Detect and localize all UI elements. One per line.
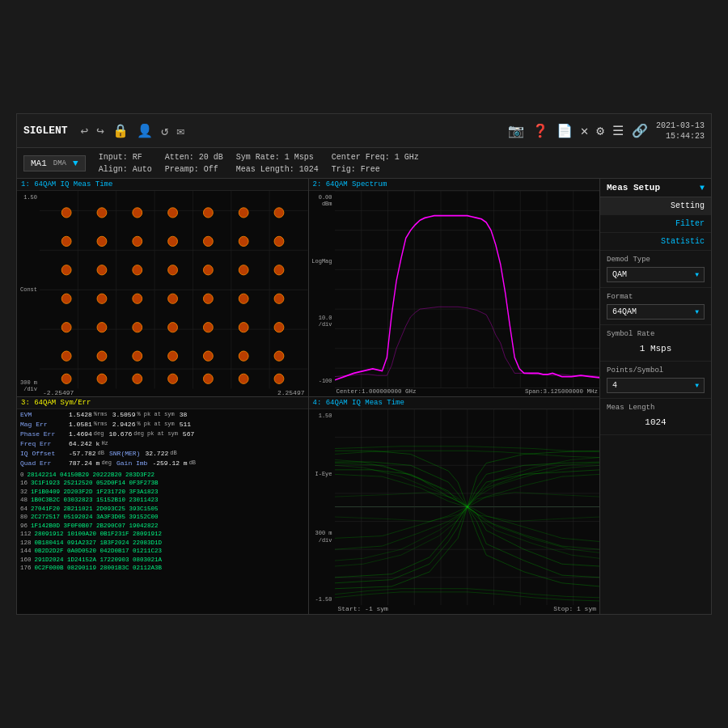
svg-point-14 <box>168 208 178 218</box>
input-text: Input: RF <box>99 151 152 163</box>
link-icon[interactable]: 🔗 <box>632 123 648 139</box>
right-panel-dropdown-icon[interactable]: ▼ <box>700 184 705 193</box>
settings-icon[interactable]: ⚙ <box>596 123 604 139</box>
datetime-display: 2021-03-13 15:44:23 <box>656 121 705 142</box>
format-dropdown[interactable]: 64QAM ▼ <box>607 304 705 320</box>
section-meas-length: Meas Length 1024 <box>600 399 711 435</box>
ma-selector[interactable]: MA1 DMA ▼ <box>23 155 86 171</box>
date-text: 2021-03-13 <box>656 121 705 131</box>
infobar: MA1 DMA ▼ Input: RF Align: Auto Atten: 2… <box>17 148 711 179</box>
main-content: 1: 64QAM IQ Meas Time 1.50 Const 300 m /… <box>17 179 711 614</box>
hex-row-0: 028142214 04150B29 20222B20 283D3F22 <box>20 471 305 480</box>
svg-point-56 <box>168 374 178 383</box>
tab-setting[interactable]: Setting <box>600 197 711 215</box>
demod-type-dropdown[interactable]: QAM ▼ <box>607 267 705 282</box>
tab-statistic[interactable]: Statistic <box>600 233 711 251</box>
svg-point-43 <box>203 323 213 332</box>
undo-icon[interactable]: ↩ <box>81 123 89 139</box>
metric-quaderr-val: 787.24 m <box>69 459 99 467</box>
metric-row-6: Quad Err 787.24 m deg Gain Imb -259.12 m… <box>20 459 305 467</box>
camera-icon[interactable]: 📷 <box>508 123 524 139</box>
svg-point-11 <box>61 208 71 218</box>
metrics-area: EVM 1.5428 %rms 3.5059 % pk at sym 38 Ma… <box>17 409 308 469</box>
metric-snr-val: 32.722 <box>145 450 168 457</box>
svg-point-55 <box>133 374 142 383</box>
svg-point-12 <box>97 208 107 218</box>
atten-text: Atten: 20 dB <box>165 151 223 163</box>
time-text: 15:44:23 <box>656 131 705 142</box>
user-icon[interactable]: 👤 <box>137 123 153 139</box>
hex-row-144: 1440B2D2D2F 0A0D0520 042D0B17 01211C23 <box>20 547 305 556</box>
svg-point-48 <box>133 351 142 361</box>
panel-eye: 4: 64QAM IQ Meas Time 1.50 I-Eye 300 m /… <box>309 397 600 615</box>
panel4-y-top: 1.50 <box>319 413 332 419</box>
metric-freqerr-label: Freq Err <box>20 440 67 447</box>
svg-point-32 <box>61 294 71 303</box>
svg-point-37 <box>239 294 248 303</box>
message-icon[interactable]: ✉ <box>177 123 185 139</box>
tab-filter[interactable]: Filter <box>600 215 711 233</box>
panel4-x-left: Start: -1 sym <box>338 605 388 612</box>
hex-row-128: 1280B180414 091A2327 1B3F2024 22083D1D <box>20 539 305 548</box>
svg-point-46 <box>61 351 71 361</box>
demod-type-arrow: ▼ <box>695 271 699 278</box>
svg-point-39 <box>61 323 71 332</box>
metric-phaseerr-val2: 10.676 <box>108 430 132 438</box>
format-value: 64QAM <box>612 307 637 316</box>
list-icon[interactable]: ☰ <box>612 123 624 139</box>
panel2-y-logmag: LogMag <box>311 258 332 265</box>
points-symbol-dropdown[interactable]: 4 ▼ <box>607 378 705 393</box>
ma-label-text: MA1 <box>31 159 47 168</box>
help-icon[interactable]: ❓ <box>532 123 548 139</box>
symbol-rate-value[interactable]: 1 Msps <box>607 341 705 356</box>
hex-row-80: 802C272517 05192024 3A3F3D05 39152C00 <box>20 513 305 522</box>
svg-point-25 <box>61 265 71 275</box>
panel-data: 3: 64QAM Sym/Err EVM 1.5428 %rms 3.5059 … <box>17 397 308 615</box>
panel1-y-mid: Const <box>20 286 37 293</box>
panel2-title: 2: 64QAM Spectrum <box>309 179 600 191</box>
metric-freqerr-unit: Hz <box>101 440 108 447</box>
close-icon[interactable]: ✕ <box>581 123 589 139</box>
points-symbol-value: 4 <box>612 381 617 390</box>
metric-evm-unit2: % pk at sym <box>137 411 174 418</box>
metric-row-4: Freq Err 64.242 k Hz <box>20 440 305 447</box>
panel4-x-labels: Start: -1 sym Stop: 1 sym <box>335 605 600 614</box>
panel2-y-bot: -100 <box>319 378 332 384</box>
svg-point-38 <box>274 294 284 303</box>
metric-gainimb-label: Gain Imb <box>116 459 147 467</box>
metric-iqoffset-val: -57.782 <box>69 450 96 457</box>
file-icon[interactable]: 📄 <box>557 123 573 139</box>
hex-row-112: 11228091912 10100A20 0B1F231F 28091912 <box>20 530 305 539</box>
freq-info: Center Freq: 1 GHz Trig: Free <box>332 151 419 176</box>
svg-point-52 <box>274 351 284 361</box>
svg-point-35 <box>168 294 178 303</box>
input-info: Input: RF Align: Auto <box>99 151 152 176</box>
atten-info: Atten: 20 dB Preamp: Off <box>165 151 223 176</box>
panel4-y-bot: -1.50 <box>315 596 332 603</box>
svg-point-16 <box>239 208 248 218</box>
lock-icon[interactable]: 🔒 <box>112 123 129 139</box>
svg-point-33 <box>97 294 107 303</box>
meas-length-value[interactable]: 1024 <box>607 415 705 430</box>
redo-icon[interactable]: ↪ <box>96 123 104 139</box>
svg-point-41 <box>133 323 142 332</box>
points-symbol-label: Points/Symbol <box>607 366 705 375</box>
symbol-rate-label: Symbol Rate <box>607 330 705 338</box>
svg-point-13 <box>133 208 142 218</box>
measlength-text: Meas Length: 1024 <box>236 163 319 176</box>
svg-point-51 <box>239 351 248 361</box>
reset-icon[interactable]: ↺ <box>161 123 169 139</box>
metric-magerr-extra: 511 <box>180 421 191 428</box>
panel4-y-div: 300 m /div <box>315 530 332 544</box>
metric-snr-label: SNR(MER) <box>109 450 140 457</box>
metric-evm-val2: 3.5059 <box>112 411 136 418</box>
svg-point-15 <box>203 208 213 218</box>
trig-text: Trig: Free <box>332 163 419 176</box>
dma-label: DMA <box>53 159 66 167</box>
hex-row-32: 321F1B0409 2D203F2D 1F231720 3F3A1823 <box>20 488 305 497</box>
metric-row-2: Mag Err 1.0581 %rms 2.9426 % pk at sym 5… <box>20 421 305 428</box>
svg-point-19 <box>97 236 107 246</box>
metric-phaseerr-val: 1.4694 <box>69 430 92 438</box>
right-panel-header: Meas Setup ▼ <box>600 179 711 197</box>
metric-gainimb-val: -259.12 m <box>152 459 187 467</box>
